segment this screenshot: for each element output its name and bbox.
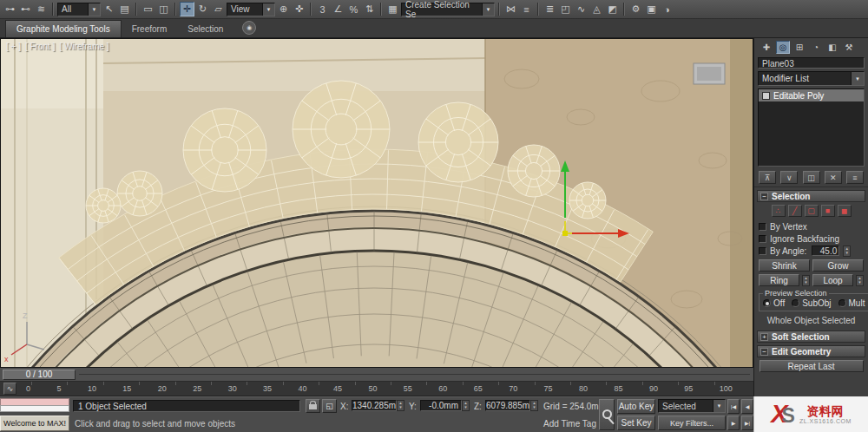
go-to-start-button[interactable]: |◀ xyxy=(727,399,740,414)
set-key-mode-button[interactable] xyxy=(599,399,615,430)
viewport-menu-view[interactable]: [ Front ] xyxy=(25,42,55,51)
add-time-tag[interactable]: Add Time Tag xyxy=(543,419,596,429)
spinner-snap-icon[interactable]: ⇅ xyxy=(362,2,377,16)
timeline-ruler[interactable]: ∿ 05101520253035404550556065707580859095… xyxy=(0,382,753,396)
preview-off-radio[interactable]: Off xyxy=(763,298,785,308)
tab-graphite-modeling-tools[interactable]: Graphite Modeling Tools xyxy=(5,20,122,37)
border-subobject-icon[interactable]: ▢ xyxy=(805,205,819,217)
graphite-ribbon-toggle-icon[interactable]: ◰ xyxy=(558,2,573,16)
maxscript-mini-listener[interactable] xyxy=(0,398,69,412)
auto-key-button[interactable]: Auto Key xyxy=(617,399,655,414)
pin-stack-button[interactable]: ⊼ xyxy=(759,171,776,184)
edit-named-selection-sets-icon[interactable]: ▦ xyxy=(385,2,400,16)
spin-down-icon[interactable]: ▾ xyxy=(844,251,850,255)
select-and-scale-icon[interactable]: ▱ xyxy=(211,2,226,16)
ribbon-minimize-button[interactable]: ◉ xyxy=(242,21,256,35)
remove-modifier-button[interactable]: ✕ xyxy=(825,171,842,184)
render-production-icon[interactable]: ◑ xyxy=(660,2,674,16)
select-and-manipulate-icon[interactable]: ✜ xyxy=(292,2,306,16)
stack-item-editable-poly[interactable]: Editable Poly xyxy=(759,89,864,101)
by-angle-spinner[interactable]: ▴▾ xyxy=(843,245,851,257)
edge-subobject-icon[interactable]: ╱ xyxy=(788,205,802,217)
create-tab[interactable]: ✚ xyxy=(760,41,773,54)
named-selection-set-dropdown[interactable]: Create Selection Se ▼ xyxy=(401,3,495,16)
percent-snap-icon[interactable]: % xyxy=(346,2,361,16)
loop-button[interactable]: Loop xyxy=(812,274,853,286)
viewport-menu-general[interactable]: [ + ] xyxy=(6,42,21,51)
viewport-canvas[interactable]: Z x xyxy=(1,39,753,367)
key-filter-dropdown[interactable]: Selected ▼ xyxy=(658,399,726,413)
previous-frame-button[interactable]: ◀ xyxy=(741,399,753,414)
angle-snap-icon[interactable]: ∠ xyxy=(331,2,345,16)
curve-editor-icon[interactable]: ∿ xyxy=(574,2,589,16)
time-slider-groove[interactable] xyxy=(79,374,750,375)
spin-down-icon[interactable]: ▾ xyxy=(857,280,863,285)
mirror-icon[interactable]: ⋈ xyxy=(503,2,518,16)
show-end-result-button[interactable]: ∨ xyxy=(780,171,798,184)
track-bar[interactable]: 0 / 100 xyxy=(0,368,753,382)
make-unique-button[interactable]: ◫ xyxy=(803,171,820,184)
configure-modifier-sets-button[interactable]: ≡ xyxy=(846,171,864,184)
tab-freeform[interactable]: Freeform xyxy=(122,21,178,37)
selection-lock-toggle[interactable] xyxy=(306,399,320,413)
rollout-edit-geometry[interactable]: − Edit Geometry xyxy=(757,345,865,357)
y-spinner[interactable]: ▴▾ xyxy=(462,400,470,411)
ring-spinner[interactable]: ▴▾ xyxy=(802,275,810,286)
element-subobject-icon[interactable]: ◼ xyxy=(838,205,852,217)
align-icon[interactable]: ≡ xyxy=(519,2,534,16)
spin-down-icon[interactable]: ▾ xyxy=(531,405,537,409)
repeat-last-button[interactable]: Repeat Last xyxy=(760,360,864,372)
vertex-subobject-icon[interactable]: ∴ xyxy=(772,205,786,217)
expand-icon[interactable]: + xyxy=(760,333,768,341)
z-spinner[interactable]: ▴▾ xyxy=(530,400,538,411)
selection-status-field[interactable]: 1 Object Selected xyxy=(73,400,300,412)
selection-filter-dropdown[interactable]: All ▼ xyxy=(57,3,101,16)
window-crossing-toggle-icon[interactable]: ◫ xyxy=(156,2,171,16)
utilities-tab[interactable]: ⚒ xyxy=(842,41,856,54)
ignore-backfacing-checkbox[interactable]: Ignore Backfacing xyxy=(759,232,864,245)
manage-layers-icon[interactable]: ≣ xyxy=(542,2,557,16)
render-setup-icon[interactable]: ⚙ xyxy=(628,2,643,16)
preview-subobj-radio[interactable]: SubObj xyxy=(792,298,831,308)
preview-mult-radio[interactable]: Mult xyxy=(838,298,865,308)
display-tab[interactable]: ◧ xyxy=(825,41,839,54)
viewport-menu-shading[interactable]: [ Wireframe ] xyxy=(59,42,108,51)
spin-down-icon[interactable]: ▾ xyxy=(463,405,469,409)
select-by-name-icon[interactable]: ▤ xyxy=(117,2,132,16)
unlink-selection-icon[interactable]: ⊷ xyxy=(18,2,33,16)
snaps-toggle-icon[interactable]: 3 xyxy=(315,2,330,16)
object-name-field[interactable]: Plane03 xyxy=(758,57,865,69)
spin-down-icon[interactable]: ▾ xyxy=(803,280,809,285)
play-animation-button[interactable]: ▶ xyxy=(727,416,740,430)
rollout-soft-selection[interactable]: + Soft Selection xyxy=(757,331,865,343)
reference-coordinate-dropdown[interactable]: View ▼ xyxy=(227,3,275,16)
select-and-link-icon[interactable]: ⊶ xyxy=(3,2,17,16)
y-coordinate-field[interactable]: -0.0mm xyxy=(420,400,462,411)
by-vertex-checkbox[interactable]: By Vertex xyxy=(759,220,864,232)
polygon-subobject-icon[interactable]: ■ xyxy=(821,205,835,217)
expand-icon[interactable]: − xyxy=(760,193,768,200)
tab-selection[interactable]: Selection xyxy=(177,21,233,37)
select-object-icon[interactable]: ↖ xyxy=(102,2,116,16)
modify-tab[interactable]: ◎ xyxy=(776,41,790,54)
schematic-view-icon[interactable]: ◬ xyxy=(589,2,604,16)
modifier-stack[interactable]: Editable Poly xyxy=(758,88,865,167)
rendered-frame-window-icon[interactable]: ▣ xyxy=(644,2,659,16)
loop-spinner[interactable]: ▴▾ xyxy=(856,275,864,286)
set-key-button[interactable]: Set Key xyxy=(617,416,655,430)
by-angle-field[interactable]: 45.0 xyxy=(812,245,839,256)
material-editor-icon[interactable]: ◩ xyxy=(605,2,620,16)
rectangular-selection-region-icon[interactable]: ▭ xyxy=(141,2,155,16)
mini-curve-editor-button[interactable]: ∿ xyxy=(3,383,16,395)
modifier-list-dropdown[interactable]: Modifier List ▼ xyxy=(758,71,865,86)
viewport-front[interactable]: [ + ] [ Front ] [ Wireframe ] xyxy=(0,38,753,368)
use-pivot-point-center-icon[interactable]: ⊕ xyxy=(276,2,291,16)
motion-tab[interactable]: ◔ xyxy=(809,41,823,54)
key-filters-button[interactable]: Key Filters... xyxy=(658,416,726,430)
shrink-button[interactable]: Shrink xyxy=(759,259,810,272)
z-coordinate-field[interactable]: 6079.885m xyxy=(485,400,530,411)
select-and-move-icon[interactable]: ✛ xyxy=(180,2,194,16)
expand-icon[interactable]: − xyxy=(760,348,768,356)
by-angle-checkbox[interactable] xyxy=(759,247,766,255)
x-spinner[interactable]: ▴▾ xyxy=(397,400,404,411)
